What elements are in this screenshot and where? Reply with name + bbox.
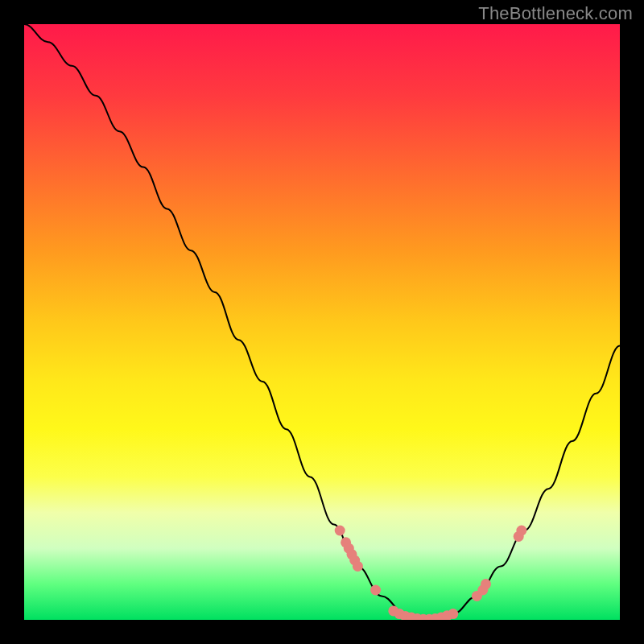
data-point (516, 526, 526, 536)
data-point (335, 526, 345, 536)
chart-plot-area (24, 24, 620, 620)
data-point (353, 561, 363, 572)
watermark-text: TheBottleneck.com (478, 3, 633, 24)
chart-svg (24, 24, 620, 620)
chart-curve (24, 24, 620, 620)
data-point (370, 585, 381, 596)
data-point (481, 579, 491, 589)
data-point (448, 609, 458, 619)
chart-scatter-points (335, 526, 527, 621)
